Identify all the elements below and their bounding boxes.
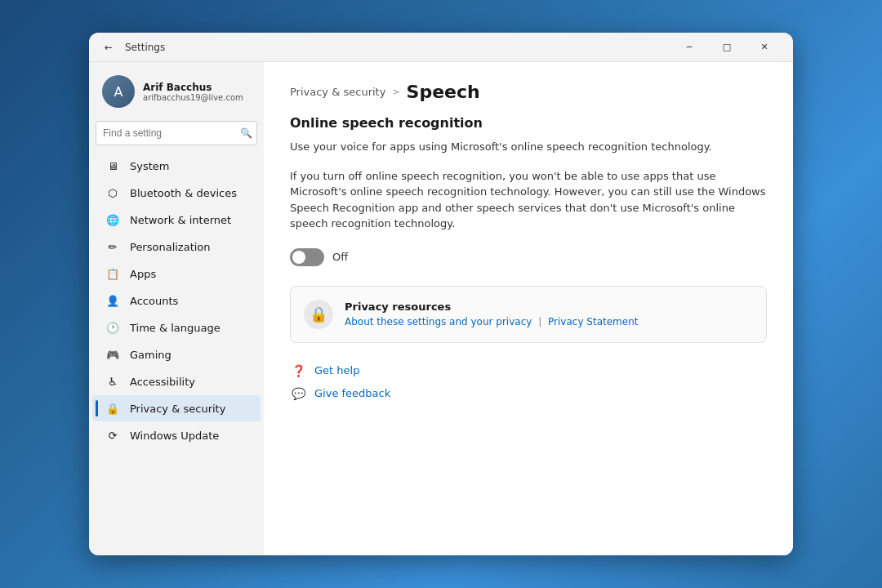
user-name: Arif Bacchus — [143, 82, 243, 93]
nav-icon-system: 🖥 — [105, 158, 120, 173]
nav-icon-bluetooth: ⬡ — [105, 185, 120, 200]
nav-icon-accessibility: ♿ — [105, 374, 120, 389]
sidebar-item-apps[interactable]: 📋 Apps — [92, 261, 261, 287]
sidebar-item-system[interactable]: 🖥 System — [92, 153, 261, 179]
main-content: Privacy & security > Speech Online speec… — [264, 62, 793, 555]
settings-window: ← Settings ─ □ ✕ A Arif Bacchus arifbacc… — [89, 33, 793, 555]
sidebar-item-winupdate[interactable]: ⟳ Windows Update — [92, 422, 261, 448]
nav-icon-winupdate: ⟳ — [105, 428, 120, 443]
help-links: ❓ Get help 💬 Give feedback — [290, 363, 767, 402]
nav-label-system: System — [130, 160, 169, 172]
nav-label-privacy: Privacy & security — [130, 403, 225, 415]
get-help-icon: ❓ — [290, 363, 306, 379]
nav-icon-apps: 📋 — [105, 266, 120, 281]
privacy-resources-icon: 🔒 — [304, 300, 333, 329]
nav-label-network: Network & internet — [130, 214, 231, 226]
nav-label-apps: Apps — [130, 268, 156, 280]
maximize-button[interactable]: □ — [708, 34, 746, 60]
back-button[interactable]: ← — [99, 38, 118, 57]
window-title: Settings — [125, 42, 670, 53]
privacy-links: About these settings and your privacy | … — [345, 316, 638, 327]
section-title: Online speech recognition — [290, 115, 767, 131]
privacy-resources-title: Privacy resources — [345, 301, 638, 313]
toggle-thumb — [292, 251, 305, 264]
user-info: Arif Bacchus arifbacchus19@live.com — [143, 82, 243, 102]
window-controls: ─ □ ✕ — [670, 34, 783, 60]
sidebar-item-privacy[interactable]: 🔒 Privacy & security — [92, 395, 261, 421]
nav-list: 🖥 System ⬡ Bluetooth & devices 🌐 Network… — [89, 153, 264, 448]
nav-icon-personalization: ✏ — [105, 239, 120, 254]
nav-label-gaming: Gaming — [130, 349, 172, 361]
nav-label-personalization: Personalization — [130, 241, 211, 253]
sidebar: A Arif Bacchus arifbacchus19@live.com 🔍 … — [89, 62, 264, 555]
sidebar-item-network[interactable]: 🌐 Network & internet — [92, 207, 261, 233]
titlebar: ← Settings ─ □ ✕ — [89, 33, 793, 62]
nav-label-bluetooth: Bluetooth & devices — [130, 187, 237, 199]
get-help-row[interactable]: ❓ Get help — [290, 363, 767, 379]
give-feedback-icon: 💬 — [290, 385, 306, 402]
search-wrap: 🔍 — [96, 121, 257, 145]
nav-icon-network: 🌐 — [105, 212, 120, 227]
privacy-link2[interactable]: Privacy Statement — [548, 316, 638, 327]
nav-icon-time: 🕐 — [105, 320, 120, 335]
sidebar-item-bluetooth[interactable]: ⬡ Bluetooth & devices — [92, 180, 261, 206]
user-email: arifbacchus19@live.com — [143, 93, 243, 102]
give-feedback-row[interactable]: 💬 Give feedback — [290, 385, 767, 402]
speech-toggle[interactable] — [290, 248, 324, 266]
privacy-resources-card: 🔒 Privacy resources About these settings… — [290, 286, 767, 343]
privacy-separator: | — [538, 316, 541, 327]
nav-icon-privacy: 🔒 — [105, 401, 120, 416]
sidebar-item-personalization[interactable]: ✏ Personalization — [92, 234, 261, 260]
give-feedback-label: Give feedback — [314, 387, 390, 399]
sidebar-item-gaming[interactable]: 🎮 Gaming — [92, 341, 261, 368]
toggle-label: Off — [332, 251, 348, 263]
get-help-label: Get help — [314, 364, 359, 376]
minimize-button[interactable]: ─ — [670, 34, 708, 60]
toggle-row: Off — [290, 248, 767, 266]
section-desc2: If you turn off online speech recognitio… — [290, 168, 767, 232]
nav-icon-gaming: 🎮 — [105, 347, 120, 362]
breadcrumb-parent[interactable]: Privacy & security — [290, 86, 385, 98]
close-button[interactable]: ✕ — [746, 34, 783, 60]
nav-label-accessibility: Accessibility — [130, 376, 195, 388]
search-container: 🔍 — [89, 121, 264, 152]
sidebar-item-accounts[interactable]: 👤 Accounts — [92, 287, 261, 314]
nav-label-winupdate: Windows Update — [130, 430, 219, 442]
sidebar-item-time[interactable]: 🕐 Time & language — [92, 314, 261, 341]
privacy-text-block: Privacy resources About these settings a… — [345, 301, 638, 327]
breadcrumb: Privacy & security > Speech — [290, 82, 767, 102]
avatar[interactable]: A — [102, 75, 135, 108]
breadcrumb-current: Speech — [407, 82, 480, 102]
search-input[interactable] — [96, 121, 257, 145]
content-area: A Arif Bacchus arifbacchus19@live.com 🔍 … — [89, 62, 793, 555]
sidebar-item-accessibility[interactable]: ♿ Accessibility — [92, 368, 261, 394]
nav-label-accounts: Accounts — [130, 295, 178, 307]
nav-icon-accounts: 👤 — [105, 293, 120, 308]
nav-label-time: Time & language — [130, 322, 220, 334]
privacy-link1[interactable]: About these settings and your privacy — [345, 316, 532, 327]
user-section: A Arif Bacchus arifbacchus19@live.com — [89, 69, 264, 121]
section-desc1: Use your voice for apps using Microsoft'… — [290, 139, 767, 155]
breadcrumb-arrow: > — [392, 87, 399, 97]
